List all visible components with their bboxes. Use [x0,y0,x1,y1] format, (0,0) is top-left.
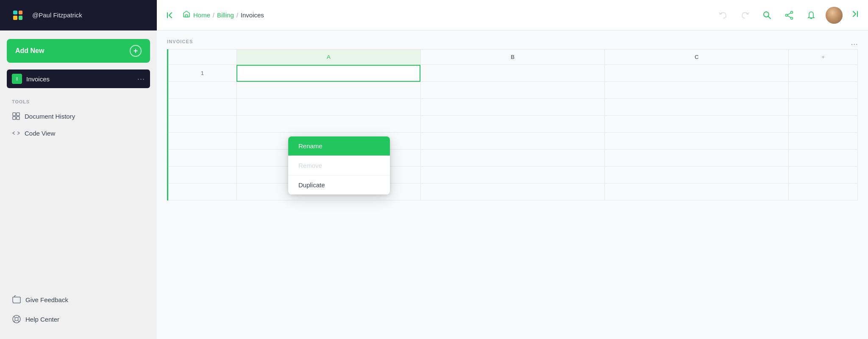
svg-line-17 [787,13,791,14]
table-row [168,150,858,167]
svg-point-16 [791,17,793,19]
add-new-button[interactable]: Add New + [7,39,150,63]
plus-icon: + [130,45,142,57]
code-view-icon [12,129,20,137]
sidebar-item-invoices[interactable]: I Invoices ··· [7,69,150,88]
cell-a2[interactable] [236,82,420,99]
notifications-button[interactable] [804,8,819,23]
document-history-icon [12,112,20,120]
svg-rect-11 [185,15,188,17]
svg-line-8 [14,321,15,322]
help-center-icon [12,314,21,324]
spreadsheet: A B C + 1 [167,49,858,200]
table-row [168,167,858,183]
search-button[interactable] [760,8,775,23]
table-row [168,116,858,133]
topbar: Home / Billing / Invoices [157,0,868,31]
rename-menu-item[interactable]: Rename [288,136,390,156]
col-add-button[interactable]: + [789,50,858,65]
table-row [168,99,858,116]
undo-button[interactable] [715,8,731,23]
invoices-more-icon[interactable]: ··· [137,75,145,83]
home-icon [182,10,191,20]
svg-point-15 [786,14,788,16]
avatar[interactable] [826,7,843,24]
topbar-actions [715,7,860,24]
svg-line-18 [787,16,791,17]
cell-c2[interactable] [605,82,789,99]
col-header-b[interactable]: B [420,50,604,65]
tools-section: TOOLS Document History [7,99,150,142]
svg-rect-3 [17,117,19,119]
breadcrumb: Home / Billing / Invoices [182,10,709,20]
row-number-2 [168,82,237,99]
collapse-sidebar-button[interactable] [849,9,860,21]
document-history-item[interactable]: Document History [7,108,150,125]
share-button[interactable] [782,8,797,23]
user-name: @Paul Fitzpatrick [32,11,82,19]
breadcrumb-home[interactable]: Home [193,11,210,19]
svg-line-6 [14,317,15,318]
breadcrumb-billing[interactable]: Billing [217,11,234,19]
table-row [168,133,858,150]
give-feedback-item[interactable]: Give Feedback [7,290,150,309]
remove-menu-item: Remove [288,156,390,175]
col-header-a[interactable]: A [236,50,420,65]
sheet-area: INVOICES ··· A B C + 1 [157,31,868,339]
svg-line-9 [18,321,19,322]
invoices-icon-box: I [12,74,22,84]
table-row: 1 [168,65,858,82]
back-button[interactable] [165,10,175,20]
cell-b2[interactable] [420,82,604,99]
sidebar-body: Add New + I Invoices ··· TOOLS [0,31,157,339]
context-menu: Rename Remove Duplicate [288,136,390,195]
table-row [168,183,858,200]
svg-point-14 [791,11,793,13]
corner-header [168,50,237,65]
cell-a1[interactable] [236,65,420,82]
help-center-item[interactable]: Help Center [7,309,150,329]
svg-point-5 [15,317,18,321]
sheet-more-button[interactable]: ··· [851,39,858,49]
tools-label: TOOLS [7,99,150,104]
bottom-section: Give Feedback Help Center [7,290,150,339]
svg-rect-0 [13,113,16,116]
give-feedback-icon [12,295,21,304]
main-content: Home / Billing / Invoices [157,0,868,339]
svg-line-13 [768,16,771,19]
redo-button[interactable] [737,8,753,23]
svg-line-7 [18,317,19,318]
sidebar: @Paul Fitzpatrick Add New + I Invoices ·… [0,0,157,339]
cell-c1[interactable] [605,65,789,82]
row-number-1: 1 [168,65,237,82]
sheet-title: INVOICES [167,39,858,44]
duplicate-menu-item[interactable]: Duplicate [288,175,390,195]
svg-rect-1 [17,113,19,116]
col-header-c[interactable]: C [605,50,789,65]
cell-b1[interactable] [420,65,604,82]
cell-plus1 [789,65,858,82]
app-logo [8,6,27,25]
svg-rect-2 [13,117,16,119]
breadcrumb-invoices: Invoices [241,11,264,19]
table-row [168,82,858,99]
sidebar-header: @Paul Fitzpatrick [0,0,157,31]
code-view-item[interactable]: Code View [7,125,150,142]
